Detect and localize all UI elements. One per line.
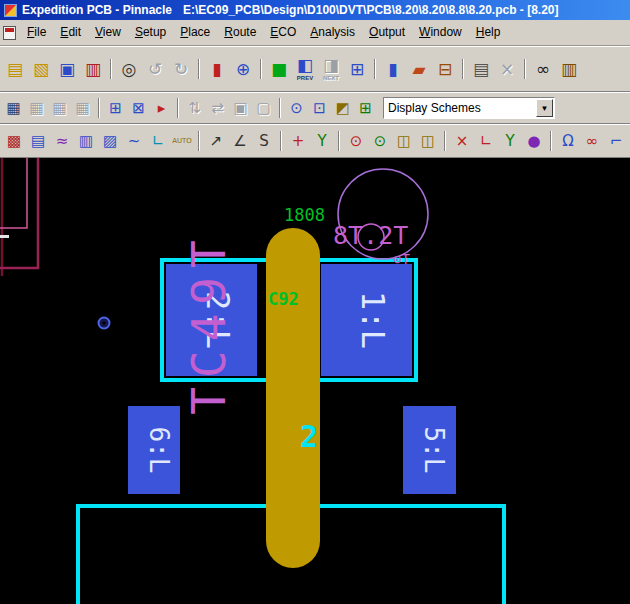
undo-button: ↺ bbox=[142, 54, 168, 84]
pin-select-button[interactable]: ⊙ bbox=[285, 96, 308, 120]
thermometer-icon: ▮ bbox=[212, 61, 221, 78]
plow-button[interactable]: + bbox=[286, 128, 310, 154]
title-bar[interactable]: Expedition PCB - Pinnacle E:\EC09_PCB\De… bbox=[0, 0, 630, 20]
refdes-label[interactable]: C92 bbox=[268, 289, 299, 309]
zoom-area-button[interactable]: ⊞ bbox=[344, 54, 370, 84]
silkscreen-text-top[interactable]: 8T.2T bbox=[333, 221, 408, 250]
jumper-icon: Ω bbox=[562, 134, 573, 149]
application-window: Expedition PCB - Pinnacle E:\EC09_PCB\De… bbox=[0, 0, 630, 604]
corner-red-button[interactable]: ∟ bbox=[474, 128, 498, 154]
serpentine-button[interactable]: S bbox=[252, 128, 276, 154]
menu-window[interactable]: Window bbox=[412, 22, 469, 43]
next-view-icon: ◨ bbox=[323, 57, 339, 74]
display-control-button[interactable]: ■ bbox=[266, 54, 292, 84]
edit-grids-button[interactable]: ⊞ bbox=[104, 96, 127, 120]
push-trace-button: ⇅ bbox=[183, 96, 206, 120]
find-binoculars-button[interactable]: ∞ bbox=[530, 54, 556, 84]
layer-sets-icon: ▤ bbox=[31, 134, 45, 149]
menu-output[interactable]: Output bbox=[362, 22, 412, 43]
pin-select-icon: ⊙ bbox=[290, 101, 303, 116]
place-cells-button: ▦ bbox=[48, 96, 71, 120]
lock-cell-button[interactable]: ◩ bbox=[331, 96, 354, 120]
lock-route-button[interactable]: ◫ bbox=[392, 128, 416, 154]
file-viewer-button[interactable]: ▧ bbox=[28, 54, 54, 84]
signal-waves-button[interactable]: ≈ bbox=[50, 128, 74, 154]
plane-shapes-button[interactable]: ▥ bbox=[74, 128, 98, 154]
toolbar-separator bbox=[177, 98, 179, 118]
pcb-canvas[interactable]: 2:L 1:L 6:L 5:L TC49T 8T.2T ⊙T 1808 C92 … bbox=[0, 158, 630, 604]
thermometer-button[interactable]: ▮ bbox=[204, 54, 230, 84]
delete-route-button[interactable]: × bbox=[450, 128, 474, 154]
report-button[interactable]: ▤ bbox=[468, 54, 494, 84]
add-grid-button[interactable]: ⊞ bbox=[354, 96, 377, 120]
pad-entry-button[interactable]: ⊡ bbox=[308, 96, 331, 120]
combo-dropdown-arrow[interactable]: ▼ bbox=[536, 99, 553, 117]
delete-route-icon: × bbox=[456, 134, 469, 149]
inner-corner-trace[interactable] bbox=[0, 158, 27, 228]
component-body-capsule[interactable] bbox=[266, 228, 320, 568]
menu-edit[interactable]: Edit bbox=[53, 22, 88, 43]
toolbar-separator bbox=[444, 131, 446, 151]
save-button[interactable]: ▣ bbox=[54, 54, 80, 84]
pin-red-button[interactable]: ⊙ bbox=[344, 128, 368, 154]
display-schemes-combobox[interactable]: Display Schemes ▼ bbox=[383, 97, 555, 119]
fix-lock-button: ▣ bbox=[229, 96, 252, 120]
menu-analysis[interactable]: Analysis bbox=[303, 22, 362, 43]
menu-eco[interactable]: ECO bbox=[263, 22, 303, 43]
via-purple-button[interactable]: ● bbox=[522, 128, 546, 154]
toolbar-route: ▩▤≈▥▨~∟AUTO↗∠S+Y⊙⊙◫◫×∟Y●Ω∞⌐ bbox=[0, 124, 630, 158]
document-icon[interactable] bbox=[3, 26, 16, 40]
net-colors-button[interactable]: ▩ bbox=[2, 128, 26, 154]
pad-6-label: 6:L bbox=[144, 427, 174, 474]
tuning-curves-button[interactable]: ~ bbox=[122, 128, 146, 154]
display-schemes-value: Display Schemes bbox=[384, 101, 536, 115]
shield-route-button[interactable]: ◫ bbox=[416, 128, 440, 154]
layer-stack-button[interactable]: ▮ bbox=[380, 54, 406, 84]
hatch-fill-button[interactable]: ▨ bbox=[98, 128, 122, 154]
menu-file[interactable]: File bbox=[20, 22, 53, 43]
search-button[interactable]: ◎ bbox=[116, 54, 142, 84]
net-properties-button[interactable]: ▦ bbox=[2, 96, 25, 120]
bow-tie-button[interactable]: ∞ bbox=[580, 128, 604, 154]
skew-match-icon: ↗ bbox=[210, 134, 223, 149]
auto-route-button[interactable]: AUTO bbox=[170, 128, 194, 154]
plot-button[interactable]: ▥ bbox=[80, 54, 106, 84]
library-icon: ▥ bbox=[561, 61, 577, 78]
toolbar-separator bbox=[279, 98, 281, 118]
menu-view[interactable]: View bbox=[88, 22, 128, 43]
menu-route[interactable]: Route bbox=[217, 22, 263, 43]
silkscreen-text-small[interactable]: ⊙T bbox=[393, 251, 410, 267]
color-scheme-icon: ▰ bbox=[412, 61, 425, 78]
place-parts-icon: ▦ bbox=[29, 101, 43, 116]
library-button[interactable]: ▥ bbox=[556, 54, 582, 84]
swap-trace-icon: ⇄ bbox=[211, 101, 224, 116]
pin-number-label[interactable]: 2 bbox=[300, 419, 318, 454]
footprint-label[interactable]: 1808 bbox=[284, 205, 325, 225]
open-design-button[interactable]: ▤ bbox=[2, 54, 28, 84]
previous-view-button[interactable]: ◧PREV bbox=[292, 54, 318, 84]
corner-route-icon: ∟ bbox=[152, 134, 165, 149]
layer-sets-button[interactable]: ▤ bbox=[26, 128, 50, 154]
tee-route-button[interactable]: Y bbox=[498, 128, 522, 154]
next-view-button: ◨NEXT bbox=[318, 54, 344, 84]
drc-flag-button[interactable]: ▸ bbox=[150, 96, 173, 120]
corner-route-button[interactable]: ∟ bbox=[146, 128, 170, 154]
board-corner-trace[interactable] bbox=[0, 158, 38, 268]
app-icon bbox=[4, 4, 17, 17]
silkscreen-text-left[interactable]: TC49T bbox=[182, 231, 236, 414]
menu-place[interactable]: Place bbox=[173, 22, 217, 43]
angle-route-button[interactable]: ∠ bbox=[228, 128, 252, 154]
part-editor-icon: ⊕ bbox=[236, 61, 250, 78]
menu-help[interactable]: Help bbox=[469, 22, 508, 43]
pin-green-button[interactable]: ⊙ bbox=[368, 128, 392, 154]
net-colors-icon: ▩ bbox=[7, 134, 21, 149]
measure-button[interactable]: ⊟ bbox=[432, 54, 458, 84]
menu-setup[interactable]: Setup bbox=[128, 22, 173, 43]
color-scheme-button[interactable]: ▰ bbox=[406, 54, 432, 84]
up-route-button[interactable]: ⌐ bbox=[604, 128, 628, 154]
tune-net-button[interactable]: Y bbox=[310, 128, 334, 154]
route-grid-button[interactable]: ⊠ bbox=[127, 96, 150, 120]
part-editor-button[interactable]: ⊕ bbox=[230, 54, 256, 84]
skew-match-button[interactable]: ↗ bbox=[204, 128, 228, 154]
jumper-button[interactable]: Ω bbox=[556, 128, 580, 154]
